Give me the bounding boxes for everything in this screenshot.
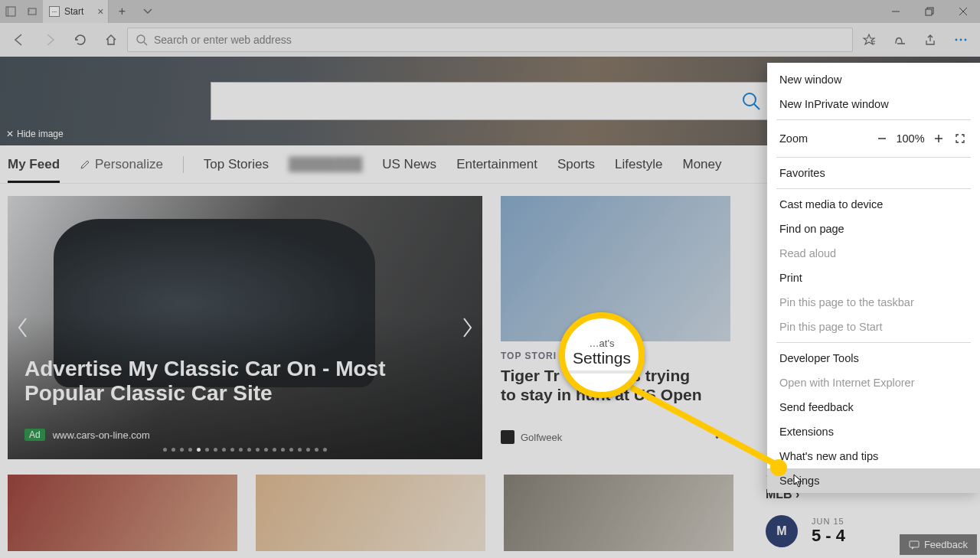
favorites-button[interactable] xyxy=(854,25,884,54)
menu-pin-taskbar: Pin this page to the taskbar xyxy=(767,290,980,315)
feedback-button[interactable]: Feedback xyxy=(900,534,977,555)
forward-button[interactable] xyxy=(35,25,64,54)
address-placeholder: Search or enter web address xyxy=(154,34,292,46)
menu-read-aloud: Read aloud xyxy=(767,241,980,266)
svg-line-14 xyxy=(754,104,760,109)
hide-image-label: Hide image xyxy=(17,129,64,139)
menu-separator xyxy=(776,119,971,120)
menu-whats-new[interactable]: What's new and tips xyxy=(767,444,980,468)
card-source: Golfweek xyxy=(521,432,562,443)
chat-icon xyxy=(909,540,920,550)
more-menu-button[interactable] xyxy=(946,25,975,54)
svg-point-13 xyxy=(743,93,756,106)
menu-send-feedback[interactable]: Send feedback xyxy=(767,395,980,419)
menu-separator xyxy=(776,157,971,158)
menu-separator xyxy=(776,342,971,343)
cursor-icon xyxy=(793,474,804,488)
close-icon: ✕ xyxy=(6,129,14,139)
tab-close-button[interactable]: × xyxy=(97,5,103,18)
thumb-card-3[interactable] xyxy=(504,475,733,551)
menu-cast[interactable]: Cast media to device xyxy=(767,192,980,217)
source-logo-icon xyxy=(501,430,514,444)
more-menu: New window New InPrivate window Zoom 100… xyxy=(767,63,980,493)
zoom-label: Zoom xyxy=(779,132,871,145)
feed-tab-redacted[interactable]: ████████ xyxy=(289,157,362,172)
callout-top-text: …at's xyxy=(590,338,615,349)
nav-divider xyxy=(183,156,184,173)
home-button[interactable] xyxy=(96,25,126,54)
svg-rect-2 xyxy=(28,8,36,15)
svg-rect-1 xyxy=(8,7,8,16)
titlebar: ··· Start × + xyxy=(0,0,980,23)
refresh-button[interactable] xyxy=(66,25,95,54)
feed-tab-topstories[interactable]: Top Stories xyxy=(204,157,269,172)
svg-rect-0 xyxy=(6,7,15,16)
game-score: 5 - 4 xyxy=(812,526,845,546)
window-restore-button[interactable] xyxy=(913,0,946,23)
hero-search-input[interactable] xyxy=(211,82,769,120)
new-tab-button[interactable]: + xyxy=(109,0,135,23)
tab-favicon-icon: ··· xyxy=(49,6,60,17)
tab-title: Start xyxy=(64,6,83,17)
menu-extensions[interactable]: Extensions xyxy=(767,419,980,444)
zoom-out-button[interactable] xyxy=(871,128,893,149)
carousel-dots[interactable] xyxy=(163,448,327,452)
carousel-source-row: Ad www.cars-on-line.com xyxy=(24,429,150,441)
pencil-icon xyxy=(80,159,90,170)
menu-separator xyxy=(776,188,971,189)
menu-pin-start: Pin this page to Start xyxy=(767,315,980,339)
search-icon xyxy=(136,34,148,46)
menu-new-inprivate[interactable]: New InPrivate window xyxy=(767,92,980,116)
thumb-card-1[interactable] xyxy=(8,475,237,551)
feed-tab-entertainment[interactable]: Entertainment xyxy=(456,157,537,172)
feed-tab-sports[interactable]: Sports xyxy=(557,157,595,172)
menu-favorites[interactable]: Favorites xyxy=(767,161,980,185)
window-minimize-button[interactable] xyxy=(879,0,913,23)
svg-rect-15 xyxy=(910,541,919,547)
hero-carousel[interactable]: Advertise My Classic Car On - Most Popul… xyxy=(8,196,482,459)
feed-personalize-button[interactable]: Personalize xyxy=(80,157,163,172)
svg-point-11 xyxy=(960,39,962,41)
feed-tab-lifestyle[interactable]: Lifestyle xyxy=(615,157,662,172)
feed-tab-usnews[interactable]: US News xyxy=(382,157,436,172)
carousel-source: www.cars-on-line.com xyxy=(53,429,150,441)
hide-image-button[interactable]: ✕ Hide image xyxy=(6,129,64,139)
fullscreen-button[interactable] xyxy=(949,128,971,149)
team-logo-icon: M xyxy=(766,515,798,547)
window-close-button[interactable] xyxy=(946,0,980,23)
show-tabs-aside-button[interactable] xyxy=(21,0,43,23)
svg-point-12 xyxy=(965,39,967,41)
thumb-card-2[interactable] xyxy=(256,475,485,551)
feed-tab-myfeed[interactable]: My Feed xyxy=(8,157,60,172)
back-button[interactable] xyxy=(5,25,34,54)
svg-point-6 xyxy=(137,35,145,43)
menu-devtools[interactable]: Developer Tools xyxy=(767,346,980,370)
share-button[interactable] xyxy=(916,25,945,54)
card-footer: Golfweek ••• xyxy=(501,430,730,444)
menu-open-ie: Open with Internet Explorer xyxy=(767,370,980,395)
zoom-value: 100% xyxy=(893,132,928,145)
zoom-in-button[interactable] xyxy=(928,128,949,149)
menu-new-window[interactable]: New window xyxy=(767,67,980,92)
personalize-label: Personalize xyxy=(95,157,163,172)
address-bar[interactable]: Search or enter web address xyxy=(127,28,853,52)
search-go-icon[interactable] xyxy=(741,91,761,111)
feed-tab-money[interactable]: Money xyxy=(682,157,721,172)
tab-preview-dropdown[interactable] xyxy=(135,0,161,23)
feedback-label: Feedback xyxy=(924,539,968,550)
carousel-headline: Advertise My Classic Car On - Most Popul… xyxy=(24,357,452,406)
menu-zoom-row: Zoom 100% xyxy=(767,123,980,154)
toolbar: Search or enter web address xyxy=(0,23,980,57)
menu-print[interactable]: Print xyxy=(767,266,980,290)
callout-highlight: …at's Settings xyxy=(559,312,645,398)
callout-endpoint xyxy=(770,459,787,476)
carousel-prev-button[interactable] xyxy=(12,317,34,338)
browser-tab[interactable]: ··· Start × xyxy=(43,0,109,23)
reading-list-button[interactable] xyxy=(885,25,914,54)
game-date: JUN 15 xyxy=(812,517,845,526)
ad-badge: Ad xyxy=(24,429,45,441)
carousel-next-button[interactable] xyxy=(456,317,478,338)
tabs-aside-button[interactable] xyxy=(0,0,21,23)
menu-find[interactable]: Find on page xyxy=(767,217,980,241)
menu-settings[interactable]: Settings xyxy=(767,468,980,493)
